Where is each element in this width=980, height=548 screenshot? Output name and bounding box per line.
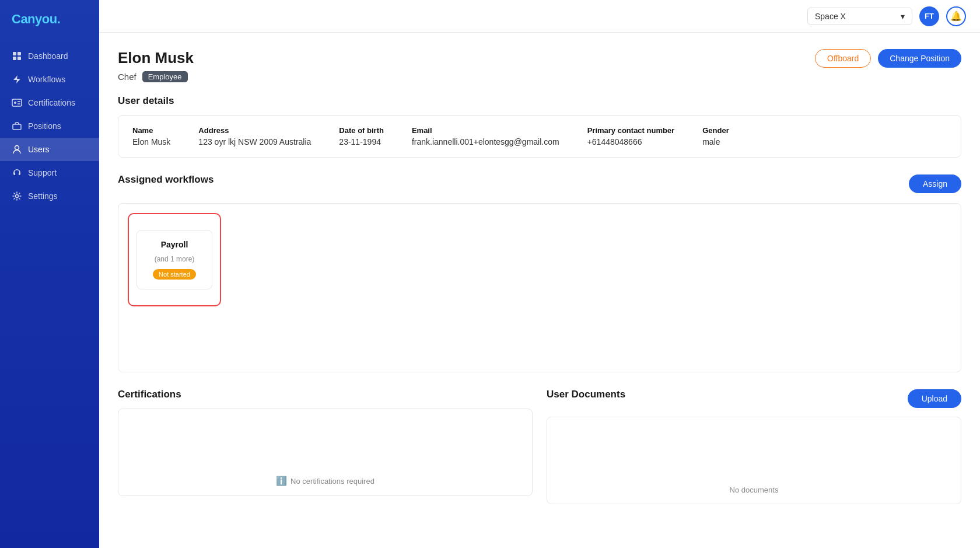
email-value: frank.iannelli.001+elontesgg@gmail.com <box>412 137 559 146</box>
workflows-area: Payroll (and 1 more) Not started <box>118 203 961 372</box>
app-logo: Canyou. <box>0 12 99 44</box>
role-text: Chef <box>118 72 136 82</box>
address-label: Address <box>198 126 311 135</box>
sidebar-item-workflows[interactable]: Workflows <box>0 68 99 91</box>
assign-button[interactable]: Assign <box>909 174 961 193</box>
certifications-title: Certifications <box>118 389 533 400</box>
sidebar-item-label: Support <box>28 168 57 177</box>
svg-rect-3 <box>18 57 21 60</box>
svg-rect-2 <box>13 57 16 60</box>
page-header: Elon Musk Offboard Change Position <box>118 49 961 68</box>
chevron-down-icon: ▾ <box>901 12 905 21</box>
documents-area: No documents <box>547 417 961 504</box>
email-label: Email <box>412 126 559 135</box>
main-area: Space X ▾ FT 🔔 Elon Musk Offboard Change… <box>99 0 980 548</box>
bottom-sections: Certifications ℹ️ No certifications requ… <box>118 389 961 504</box>
name-value: Elon Musk <box>132 137 170 146</box>
gear-icon <box>12 191 22 201</box>
id-card-icon <box>12 97 22 108</box>
upload-button[interactable]: Upload <box>908 389 961 408</box>
user-details-title: User details <box>118 95 961 107</box>
content-area: Elon Musk Offboard Change Position Chef … <box>99 33 980 548</box>
phone-value: +61448048666 <box>587 137 675 146</box>
workflow-card[interactable]: Payroll (and 1 more) Not started <box>128 213 221 306</box>
workflows-title: Assigned workflows <box>118 174 214 186</box>
svg-rect-4 <box>12 99 22 106</box>
headset-icon <box>12 167 22 178</box>
phone-col: Primary contact number +61448048666 <box>587 126 675 146</box>
phone-label: Primary contact number <box>587 126 675 135</box>
user-icon <box>12 144 22 155</box>
no-certifications-text: ℹ️ No certifications required <box>276 476 374 486</box>
sidebar-item-positions[interactable]: Positions <box>0 114 99 138</box>
page-title: Elon Musk <box>118 49 194 67</box>
gender-value: male <box>702 137 729 146</box>
role-line: Chef Employee <box>118 71 961 82</box>
user-details-row: Name Elon Musk Address 123 oyr lkj NSW 2… <box>132 126 947 146</box>
svg-point-10 <box>16 195 19 198</box>
sidebar-item-label: Certifications <box>28 98 75 107</box>
sidebar-item-certifications[interactable]: Certifications <box>0 91 99 114</box>
sidebar-item-label: Workflows <box>28 75 65 84</box>
svg-point-5 <box>14 102 16 104</box>
sidebar-item-users[interactable]: Users <box>0 138 99 161</box>
bolt-icon <box>12 74 22 85</box>
dob-value: 23-11-1994 <box>339 137 384 146</box>
workflow-status-badge: Not started <box>153 269 196 280</box>
documents-section: User Documents Upload No documents <box>547 389 961 504</box>
sidebar-item-label: Dashboard <box>28 51 68 61</box>
org-name: Space X <box>815 12 896 21</box>
svg-rect-8 <box>13 124 21 130</box>
change-position-button[interactable]: Change Position <box>878 49 961 68</box>
svg-point-9 <box>15 146 19 150</box>
employee-badge: Employee <box>142 71 188 82</box>
gender-label: Gender <box>702 126 729 135</box>
avatar[interactable]: FT <box>919 6 939 26</box>
sidebar: Canyou. Dashboard Workflows Certificatio… <box>0 0 99 548</box>
sidebar-item-label: Settings <box>28 191 58 201</box>
page-actions: Offboard Change Position <box>815 49 961 68</box>
address-col: Address 123 oyr lkj NSW 2009 Australia <box>198 126 311 146</box>
name-col: Name Elon Musk <box>132 126 170 146</box>
sidebar-item-label: Users <box>28 145 50 154</box>
no-documents-text: No documents <box>730 486 779 494</box>
grid-icon <box>12 51 22 61</box>
notification-bell-icon[interactable]: 🔔 <box>946 6 966 26</box>
briefcase-icon <box>12 121 22 131</box>
gender-col: Gender male <box>702 126 729 146</box>
dob-col: Date of birth 23-11-1994 <box>339 126 384 146</box>
user-details-card: Name Elon Musk Address 123 oyr lkj NSW 2… <box>118 115 961 158</box>
documents-title: User Documents <box>547 389 625 400</box>
dob-label: Date of birth <box>339 126 384 135</box>
certifications-area: ℹ️ No certifications required <box>118 409 533 496</box>
svg-rect-0 <box>13 52 16 55</box>
org-selector[interactable]: Space X ▾ <box>807 8 912 25</box>
workflow-card-inner: Payroll (and 1 more) Not started <box>136 230 212 289</box>
email-col: Email frank.iannelli.001+elontesgg@gmail… <box>412 126 559 146</box>
sidebar-item-settings[interactable]: Settings <box>0 184 99 208</box>
workflows-header: Assigned workflows Assign <box>118 174 961 194</box>
documents-header: User Documents Upload <box>547 389 961 409</box>
workflow-more: (and 1 more) <box>155 255 195 263</box>
info-icon: ℹ️ <box>276 476 287 486</box>
sidebar-item-dashboard[interactable]: Dashboard <box>0 44 99 68</box>
name-label: Name <box>132 126 170 135</box>
sidebar-item-support[interactable]: Support <box>0 161 99 184</box>
address-value: 123 oyr lkj NSW 2009 Australia <box>198 137 311 146</box>
header: Space X ▾ FT 🔔 <box>99 0 980 33</box>
offboard-button[interactable]: Offboard <box>815 49 871 68</box>
svg-rect-1 <box>18 52 21 55</box>
sidebar-item-label: Positions <box>28 121 61 131</box>
certifications-section: Certifications ℹ️ No certifications requ… <box>118 389 533 504</box>
workflow-name: Payroll <box>161 240 188 249</box>
workflows-section: Assigned workflows Assign Payroll (and 1… <box>118 174 961 372</box>
